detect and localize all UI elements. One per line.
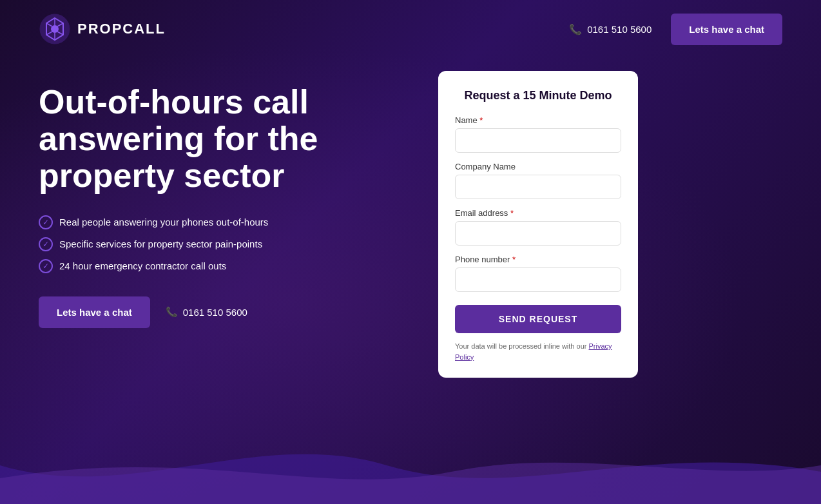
- privacy-text: Your data will be processed inline with …: [455, 341, 621, 362]
- phone-label: Phone number *: [455, 255, 621, 264]
- nav-right: 📞 0161 510 5600 Lets have a chat: [569, 14, 782, 45]
- feature-text-3: 24 hour emergency contractor call outs: [59, 260, 226, 271]
- navbar: PROPCALL 📞 0161 510 5600 Lets have a cha…: [0, 0, 821, 58]
- hero-chat-button[interactable]: Lets have a chat: [39, 296, 150, 328]
- check-icon: ✓: [39, 237, 53, 251]
- wave-bottom: [0, 427, 821, 504]
- form-title: Request a 15 Minute Demo: [455, 89, 621, 102]
- email-required: *: [510, 208, 514, 218]
- phone-icon: 📞: [569, 23, 582, 35]
- hero-phone-link[interactable]: 📞 0161 510 5600: [166, 306, 247, 318]
- phone-required: *: [512, 255, 516, 264]
- features-list: ✓ Real people answering your phones out-…: [39, 215, 412, 273]
- list-item: ✓ 24 hour emergency contractor call outs: [39, 259, 412, 273]
- nav-phone-number: 0161 510 5600: [587, 24, 652, 35]
- logo: PROPCALL: [39, 13, 166, 45]
- phone-field-group: Phone number *: [455, 255, 621, 292]
- company-label: Company Name: [455, 162, 621, 171]
- wave-svg: [0, 427, 821, 504]
- phone-input[interactable]: [455, 267, 621, 292]
- company-field-group: Company Name: [455, 162, 621, 199]
- list-item: ✓ Real people answering your phones out-…: [39, 215, 412, 229]
- form-card: Request a 15 Minute Demo Name * Company …: [438, 71, 638, 378]
- name-input[interactable]: [455, 128, 621, 153]
- company-input[interactable]: [455, 175, 621, 199]
- email-input[interactable]: [455, 221, 621, 246]
- name-required: *: [479, 115, 483, 125]
- check-icon: ✓: [39, 259, 53, 273]
- send-request-button[interactable]: SEND REQUEST: [455, 305, 621, 333]
- logo-icon: [39, 13, 71, 45]
- hero-phone-number: 0161 510 5600: [183, 307, 247, 318]
- list-item: ✓ Specific services for property sector …: [39, 237, 412, 251]
- phone-icon-left: 📞: [166, 306, 178, 318]
- name-field-group: Name *: [455, 115, 621, 153]
- main-content: Out-of-hours call answering for the prop…: [0, 58, 821, 378]
- name-label: Name *: [455, 115, 621, 125]
- cta-row: Lets have a chat 📞 0161 510 5600: [39, 296, 412, 328]
- left-content: Out-of-hours call answering for the prop…: [39, 71, 412, 328]
- email-label: Email address *: [455, 208, 621, 218]
- nav-phone-link[interactable]: 📞 0161 510 5600: [569, 23, 652, 35]
- logo-text: PROPCALL: [77, 21, 166, 37]
- nav-chat-button[interactable]: Lets have a chat: [671, 14, 782, 45]
- feature-text-1: Real people answering your phones out-of…: [59, 217, 268, 228]
- feature-text-2: Specific services for property sector pa…: [59, 238, 262, 249]
- check-icon: ✓: [39, 215, 53, 229]
- hero-headline: Out-of-hours call answering for the prop…: [39, 84, 412, 195]
- email-field-group: Email address *: [455, 208, 621, 246]
